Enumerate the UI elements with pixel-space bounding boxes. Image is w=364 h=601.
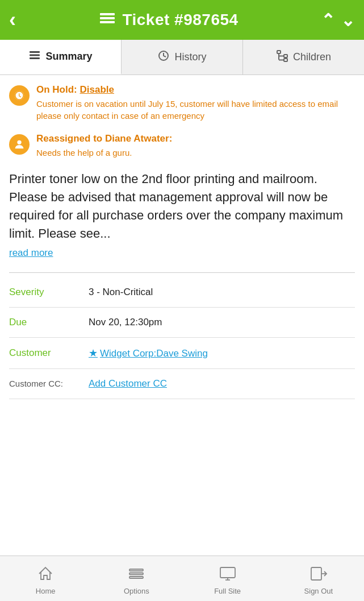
reassign-alert: Reassigned to Diane Atwater: Needs the h… [9, 133, 355, 159]
options-icon [127, 565, 145, 585]
clock-alert-icon [9, 85, 30, 106]
tab-summary-label: Summary [45, 51, 92, 63]
children-tree-icon [276, 49, 288, 65]
customer-row: Customer ★Widget Corp:Dave Swing [9, 338, 355, 369]
tab-children[interactable]: Children [243, 40, 364, 74]
on-hold-body: Customer is on vacation until July 15, c… [36, 98, 355, 122]
svg-rect-5 [30, 57, 40, 59]
svg-rect-21 [311, 567, 321, 580]
header: ‹ Ticket #987654 ⌃ ⌄ [0, 0, 364, 40]
person-alert-icon [9, 134, 30, 155]
severity-value: 3 - Non-Critical [89, 287, 153, 298]
reassign-title: Reassigned to Diane Atwater: [36, 133, 172, 144]
svg-rect-8 [284, 55, 287, 57]
header-center: Ticket #987654 [98, 9, 238, 31]
svg-rect-7 [277, 51, 281, 53]
tab-children-label: Children [293, 51, 331, 63]
customer-cc-value[interactable]: Add Customer CC [89, 378, 167, 389]
due-row: Due Nov 20, 12:30pm [9, 308, 355, 338]
tabs-bar: Summary History Children [0, 40, 364, 75]
customer-label: Customer [9, 347, 89, 359]
severity-row: Severity 3 - Non-Critical [9, 277, 355, 308]
disable-link[interactable]: Disable [80, 84, 114, 95]
svg-rect-18 [220, 567, 235, 578]
svg-rect-3 [30, 51, 40, 53]
nav-home[interactable]: Home [23, 565, 68, 595]
tab-history-label: History [174, 51, 206, 63]
tab-summary[interactable]: Summary [0, 40, 122, 74]
tab-history[interactable]: History [122, 40, 243, 74]
nav-home-label: Home [36, 587, 56, 595]
read-more-link[interactable]: read more [9, 247, 53, 259]
monitor-icon [219, 565, 237, 585]
on-hold-content: On Hold: Disable Customer is on vacation… [36, 84, 355, 122]
bottom-nav: Home Options Full Site [0, 556, 364, 601]
nav-fullsite[interactable]: Full Site [205, 565, 250, 595]
divider-top [9, 272, 355, 273]
svg-rect-9 [284, 59, 287, 61]
layers-icon [98, 9, 116, 31]
history-clock-icon [157, 49, 170, 65]
svg-rect-1 [100, 17, 115, 19]
summary-menu-icon [28, 49, 41, 64]
svg-rect-2 [100, 21, 115, 23]
nav-fullsite-label: Full Site [214, 587, 241, 595]
nav-options[interactable]: Options [114, 565, 159, 595]
customer-cc-row: Customer CC: Add Customer CC [9, 369, 355, 399]
star-icon: ★ [89, 347, 98, 359]
due-label: Due [9, 317, 89, 328]
content-area: On Hold: Disable Customer is on vacation… [0, 75, 364, 408]
header-nav: ⌃ ⌄ [321, 10, 355, 30]
svg-rect-16 [129, 573, 143, 574]
customer-value[interactable]: ★Widget Corp:Dave Swing [89, 347, 208, 359]
back-button[interactable]: ‹ [9, 10, 16, 30]
svg-rect-15 [129, 569, 143, 571]
ticket-title: Ticket #987654 [122, 11, 238, 29]
svg-rect-4 [30, 55, 40, 56]
svg-rect-17 [129, 577, 143, 578]
due-value: Nov 20, 12:30pm [89, 317, 162, 328]
main-description: Printer toner low on the 2nd floor print… [9, 170, 355, 243]
severity-label: Severity [9, 287, 89, 298]
svg-rect-0 [100, 13, 115, 15]
svg-point-14 [17, 140, 21, 144]
reassign-content: Reassigned to Diane Atwater: Needs the h… [36, 133, 172, 159]
down-chevron-button[interactable]: ⌄ [341, 10, 355, 30]
home-icon [36, 565, 55, 585]
customer-cc-label: Customer CC: [9, 379, 89, 388]
up-chevron-button[interactable]: ⌃ [321, 10, 335, 30]
nav-signout-label: Sign Out [304, 587, 333, 595]
customer-name: Widget Corp:Dave Swing [100, 348, 208, 359]
on-hold-title: On Hold: Disable [36, 84, 355, 96]
on-hold-alert: On Hold: Disable Customer is on vacation… [9, 84, 355, 122]
signout-icon [309, 565, 328, 585]
nav-options-label: Options [124, 587, 149, 595]
reassign-body: Needs the help of a guru. [36, 147, 172, 159]
nav-signout[interactable]: Sign Out [296, 565, 341, 595]
